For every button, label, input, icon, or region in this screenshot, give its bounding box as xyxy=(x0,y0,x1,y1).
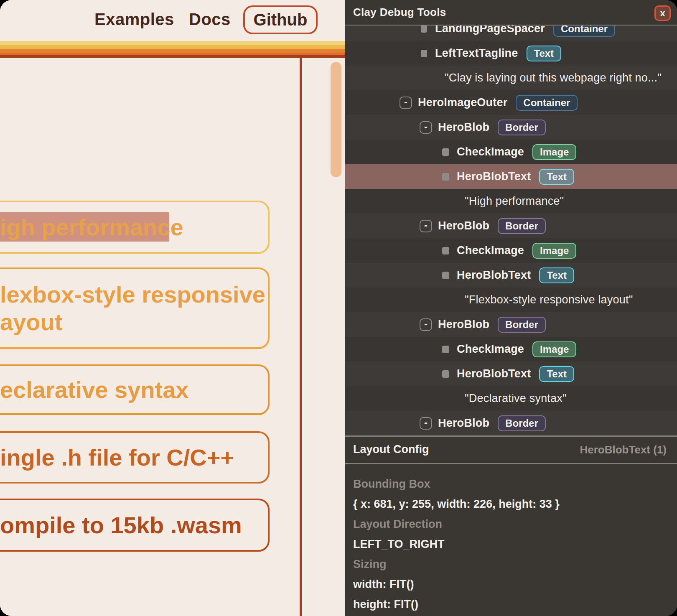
panel-title: Clay Debug Tools xyxy=(353,6,446,19)
vertical-divider xyxy=(300,58,302,616)
node-label: HeroBlob xyxy=(438,219,489,232)
feature-box-wasm: ompile to 15kb .wasm xyxy=(0,499,270,552)
feature-text: ayout xyxy=(0,308,268,336)
feature-box-high-performance: igh performance xyxy=(0,201,270,254)
close-button[interactable]: x xyxy=(654,5,671,21)
leaf-bullet-icon xyxy=(421,25,427,33)
feature-text: eclarative syntax xyxy=(0,376,268,404)
tree-row-text-preview: "Flexbox-style responsive layout" xyxy=(345,288,677,312)
tree-row[interactable]: HeroBlobText Text xyxy=(345,263,677,288)
config-value-height: height: FIT() xyxy=(353,598,418,611)
type-badge: Border xyxy=(498,415,546,431)
type-badge: Text xyxy=(539,366,574,382)
tree-row[interactable]: - HeroImageOuter Container xyxy=(345,90,677,115)
feature-text: ingle .h file for C/C++ xyxy=(0,444,268,471)
config-value-layout-direction: LEFT_TO_RIGHT xyxy=(353,538,445,551)
retro-stripe-banner xyxy=(0,41,345,58)
text-content-preview: "Declarative syntax" xyxy=(465,392,567,405)
leaf-bullet-icon xyxy=(442,173,449,181)
node-label: HeroBlobText xyxy=(457,170,531,183)
node-label: HeroBlob xyxy=(438,318,489,331)
type-badge: Image xyxy=(532,341,576,357)
tree-row[interactable]: HeroBlobText Text xyxy=(345,361,677,386)
clay-demo-page: Examples Docs Github igh performance lex… xyxy=(0,0,345,616)
app-window: Examples Docs Github igh performance lex… xyxy=(0,0,677,616)
node-label: CheckImage xyxy=(457,145,524,158)
type-badge: Text xyxy=(539,169,574,185)
type-badge: Container xyxy=(553,25,615,37)
type-badge: Text xyxy=(539,267,574,283)
leaf-bullet-icon xyxy=(442,370,449,378)
collapse-toggle[interactable]: - xyxy=(420,318,432,331)
leaf-bullet-icon xyxy=(442,346,449,353)
config-key: Sizing xyxy=(353,558,387,571)
node-label: HeroBlobText xyxy=(457,367,531,380)
layout-config-section: Layout Config HeroBlobText (1) Bounding … xyxy=(345,437,677,616)
type-badge: Border xyxy=(498,218,546,234)
node-label: LeftTextTagline xyxy=(435,47,518,60)
type-badge: Text xyxy=(527,46,562,61)
config-title-separator xyxy=(345,463,677,464)
tree-row[interactable]: - HeroBlob Border xyxy=(345,312,677,337)
collapse-toggle[interactable]: - xyxy=(420,121,432,134)
node-label: HeroBlob xyxy=(438,417,489,430)
layout-config-title: Layout Config xyxy=(353,443,429,456)
node-label: HeroBlobText xyxy=(457,269,531,282)
config-value-width: width: FIT() xyxy=(353,578,414,591)
feature-box-single-header: ingle .h file for C/C++ xyxy=(0,431,270,484)
nav-link-docs[interactable]: Docs xyxy=(189,10,231,29)
header-separator xyxy=(345,25,677,25)
github-button[interactable]: Github xyxy=(243,5,318,34)
text-content-preview: "Clay is laying out this webpage right n… xyxy=(445,71,662,84)
feature-text: igh performance xyxy=(0,214,268,241)
config-key: Layout Direction xyxy=(353,518,442,531)
leaf-bullet-icon xyxy=(442,247,449,255)
selected-element-label: HeroBlobText (1) xyxy=(580,443,667,456)
type-badge: Container xyxy=(516,95,578,111)
nav-link-examples[interactable]: Examples xyxy=(94,10,174,29)
config-key: Bounding Box xyxy=(353,478,430,491)
leaf-bullet-icon xyxy=(442,148,449,156)
tree-row-text-preview: "Clay is laying out this webpage right n… xyxy=(345,66,677,90)
type-badge: Image xyxy=(532,144,576,160)
leaf-bullet-icon xyxy=(442,272,449,279)
clay-debug-tools-panel: LandingPageSpacer Container LeftTextTagl… xyxy=(345,0,677,616)
feature-text: ompile to 15kb .wasm xyxy=(0,512,268,539)
node-label: LandingPageSpacer xyxy=(435,25,545,35)
text-content-preview: "High performance" xyxy=(465,195,564,208)
tree-row[interactable]: CheckImage Image xyxy=(345,238,677,263)
node-label: HeroImageOuter xyxy=(418,96,507,109)
type-badge: Border xyxy=(498,317,546,333)
type-badge: Border xyxy=(498,120,546,135)
node-label: CheckImage xyxy=(457,244,524,257)
type-badge: Image xyxy=(532,243,576,259)
tree-row[interactable]: LeftTextTagline Text xyxy=(345,41,677,66)
text-content-preview: "Flexbox-style responsive layout" xyxy=(465,293,633,306)
leaf-bullet-icon xyxy=(421,50,427,57)
tree-row[interactable]: CheckImage Image xyxy=(345,337,677,361)
tree-row-text-preview: "Declarative syntax" xyxy=(345,386,677,411)
feature-text: lexbox-style responsive xyxy=(0,281,268,308)
node-label: HeroBlob xyxy=(438,121,489,134)
collapse-toggle[interactable]: - xyxy=(420,417,432,430)
feature-box-declarative-syntax: eclarative syntax xyxy=(0,364,270,415)
tree-row-selected[interactable]: HeroBlobText Text xyxy=(345,164,677,189)
tree-row[interactable]: - HeroBlob Border xyxy=(345,411,677,435)
tree-row[interactable]: LandingPageSpacer Container xyxy=(345,25,677,41)
page-scrollbar-thumb[interactable] xyxy=(331,62,341,177)
tree-row[interactable]: CheckImage Image xyxy=(345,140,677,164)
collapse-toggle[interactable]: - xyxy=(420,220,432,232)
feature-box-flexbox-layout: lexbox-style responsive ayout xyxy=(0,267,270,349)
debug-panel-header: Clay Debug Tools x xyxy=(345,0,677,25)
element-tree: LandingPageSpacer Container LeftTextTagl… xyxy=(345,25,677,435)
config-value-bounding-box: { x: 681, y: 255, width: 226, height: 33… xyxy=(353,498,560,511)
tree-row[interactable]: - HeroBlob Border xyxy=(345,115,677,140)
collapse-toggle[interactable]: - xyxy=(400,97,412,109)
tree-row-text-preview: "High performance" xyxy=(345,189,677,214)
node-label: CheckImage xyxy=(457,343,524,356)
tree-row[interactable]: - HeroBlob Border xyxy=(345,214,677,238)
